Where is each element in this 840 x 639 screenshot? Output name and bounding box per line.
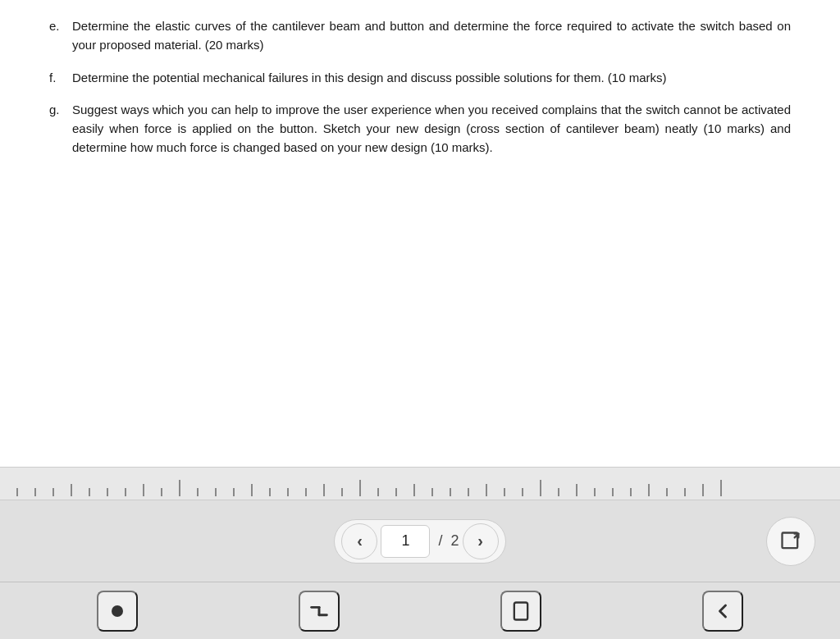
ruler-tick <box>16 488 18 496</box>
ruler-tick <box>413 484 415 496</box>
ruler-tick <box>215 488 217 496</box>
ruler-tick <box>107 488 108 496</box>
export-icon <box>779 530 802 553</box>
dot-button[interactable] <box>97 591 138 632</box>
next-page-button[interactable]: › <box>463 523 499 559</box>
page-separator: / <box>433 532 447 550</box>
ruler-tick <box>143 484 144 496</box>
ruler-tick <box>52 488 54 496</box>
ruler-tick <box>720 480 722 496</box>
view-button[interactable] <box>500 591 541 632</box>
ruler-tick <box>504 488 505 496</box>
page-input[interactable]: 1 <box>381 525 430 558</box>
item-text: Suggest ways which you can help to impro… <box>72 100 791 157</box>
list-item: g. Suggest ways which you can help to im… <box>49 100 791 157</box>
item-text: Determine the potential mechanical failu… <box>72 68 791 87</box>
ruler-tick <box>377 488 379 496</box>
format-button[interactable] <box>299 591 340 632</box>
item-label: g. <box>49 100 72 157</box>
ruler-ticks <box>8 472 832 496</box>
export-button[interactable] <box>766 517 815 566</box>
ruler-tick <box>666 488 668 496</box>
ruler-tick <box>468 488 469 496</box>
ruler-tick <box>197 488 199 496</box>
format-icon <box>308 600 331 623</box>
ruler-tick <box>522 488 523 496</box>
ruler-tick <box>323 484 325 496</box>
item-label: e. <box>49 16 72 55</box>
nav-row-container: ‹ 1 / 2 › <box>0 519 840 564</box>
page-nav-pill: ‹ 1 / 2 › <box>334 519 505 564</box>
ruler-tick <box>576 484 578 496</box>
nav-bar: ‹ 1 / 2 › <box>0 500 840 582</box>
ruler-tick <box>125 488 126 496</box>
ruler-tick <box>486 484 487 496</box>
svg-rect-0 <box>783 532 798 548</box>
ruler-tick <box>34 488 36 496</box>
document-area: e. Determine the elastic curves of the c… <box>0 0 840 467</box>
chevron-left-icon: ‹ <box>357 532 363 550</box>
item-label: f. <box>49 68 72 87</box>
ruler-tick <box>558 488 559 496</box>
ruler-tick <box>269 488 271 496</box>
content-list: e. Determine the elastic curves of the c… <box>49 16 791 157</box>
ruler-tick <box>684 488 686 496</box>
list-item: e. Determine the elastic curves of the c… <box>49 16 791 55</box>
ruler-tick <box>612 488 614 496</box>
item-text: Determine the elastic curves of the cant… <box>72 16 791 55</box>
ruler-tick <box>287 488 289 496</box>
svg-rect-4 <box>514 602 527 619</box>
back-icon <box>711 600 734 623</box>
ruler-tick <box>648 484 650 496</box>
prev-page-button[interactable]: ‹ <box>341 523 377 559</box>
ruler-tick <box>179 480 180 496</box>
page-icon <box>509 600 532 623</box>
dot-icon <box>112 605 123 617</box>
ruler-tick <box>305 488 307 496</box>
ruler-tick <box>341 488 343 496</box>
total-pages: 2 <box>451 532 459 550</box>
ruler-tick <box>359 480 361 496</box>
ruler-area <box>0 467 840 500</box>
ruler-tick <box>431 488 433 496</box>
current-page: 1 <box>401 532 409 550</box>
ruler-tick <box>251 484 253 496</box>
ruler-tick <box>395 488 397 496</box>
back-button[interactable] <box>702 591 743 632</box>
ruler-tick <box>540 480 541 496</box>
bottom-toolbar <box>0 582 840 639</box>
ruler-tick <box>71 484 72 496</box>
ruler-tick <box>630 488 632 496</box>
ruler-tick <box>89 488 90 496</box>
ruler-tick <box>233 488 235 496</box>
chevron-right-icon: › <box>477 532 483 550</box>
ruler-tick <box>450 488 451 496</box>
ruler-tick <box>594 488 596 496</box>
ruler-tick <box>161 488 162 496</box>
ruler-tick <box>702 484 704 496</box>
list-item: f. Determine the potential mechanical fa… <box>49 68 791 87</box>
